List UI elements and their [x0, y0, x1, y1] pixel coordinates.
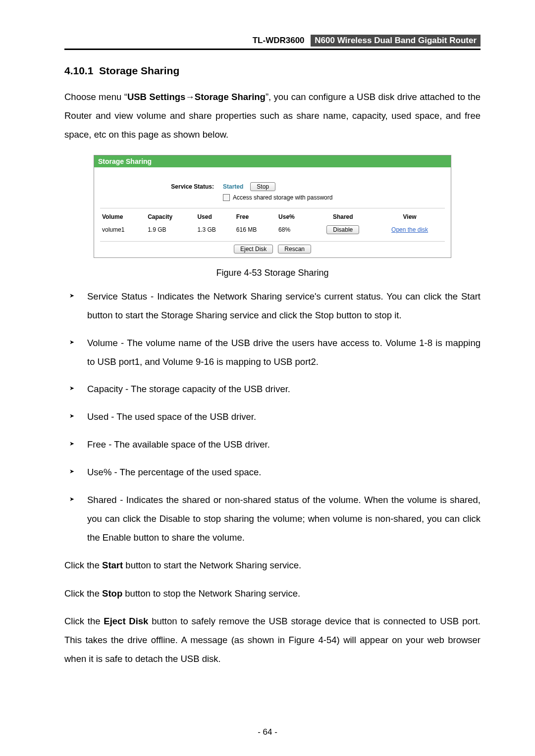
text: button to stop it. [334, 310, 402, 320]
text: - The percentage of the used space. [111, 467, 261, 477]
text: Click the [64, 588, 102, 599]
password-checkbox-label: Access shared storage with password [233, 194, 332, 201]
volume-table: Volume Capacity Used Free Use% Shared Vi… [100, 211, 445, 241]
col-free: Free [234, 211, 276, 224]
text: - The volume name of the USB drive the u… [87, 338, 481, 367]
cell-volume: volume1 [100, 224, 146, 241]
disable-button[interactable]: Disable [326, 225, 359, 234]
term: Capacity [87, 384, 123, 394]
rescan-button[interactable]: Rescan [278, 245, 311, 253]
list-item-usepct: Use% - The percentage of the used space. [64, 463, 481, 482]
bold: Start [461, 291, 481, 302]
list-item-shared: Shared - Indicates the shared or non-sha… [64, 491, 481, 547]
bold: Disable [160, 513, 190, 524]
list-item-service-status: Service Status - Indicates the Network S… [64, 287, 481, 325]
text: button to stop the Network Sharing servi… [122, 588, 300, 599]
text: - The available space of the USB driver. [106, 439, 270, 450]
tail-para-1: Click the Start button to start the Netw… [64, 556, 481, 575]
cell-capacity: 1.9 GB [146, 224, 195, 241]
panel-body: Service Status: Started Stop Access shar… [94, 167, 451, 257]
col-capacity: Capacity [146, 211, 195, 224]
col-used: Used [195, 211, 234, 224]
service-status-label: Service Status: [100, 183, 223, 190]
service-status-row: Service Status: Started Stop [100, 182, 445, 191]
menu-path-bold: USB Settings→Storage Sharing [127, 92, 266, 102]
password-checkbox-row: Access shared storage with password [223, 194, 445, 201]
term: Free [87, 439, 106, 450]
list-item-used: Used - The used space of the USB driver. [64, 407, 481, 426]
panel-title: Storage Sharing [94, 155, 451, 167]
separator [100, 208, 445, 208]
list-item-capacity: Capacity - The storage capacity of the U… [64, 380, 481, 399]
table-row: volume1 1.9 GB 1.3 GB 616 MB 68% Disable… [100, 224, 445, 241]
bold: Stop [315, 310, 334, 320]
text: Click the [64, 616, 104, 626]
stop-button[interactable]: Stop [250, 182, 275, 191]
col-view: View [374, 211, 445, 224]
bold: Start [102, 560, 123, 570]
bottom-button-row: Eject Disk Rescan [100, 241, 445, 257]
term: Volume [87, 338, 118, 348]
text: - Indicates the Network Sharing service'… [147, 291, 461, 302]
col-volume: Volume [100, 211, 146, 224]
intro-paragraph: Choose menu “USB Settings→Storage Sharin… [64, 88, 481, 144]
page-header: TL-WDR3600 N600 Wireless Dual Band Gigab… [64, 35, 481, 50]
col-shared: Shared [311, 211, 374, 224]
open-disk-link[interactable]: Open the disk [391, 226, 428, 233]
term: Shared [87, 495, 117, 505]
text: button to start the Storage Sharing serv… [87, 310, 315, 320]
product-name: N600 Wireless Dual Band Gigabit Router [311, 35, 481, 47]
cell-shared: Disable [311, 224, 374, 241]
term: Service Status [87, 291, 147, 302]
term: Use% [87, 467, 111, 477]
section-heading: 4.10.1 Storage Sharing [64, 65, 481, 77]
eject-disk-button[interactable]: Eject Disk [234, 245, 273, 253]
tail-para-3: Click the Eject Disk button to safely re… [64, 612, 481, 668]
text: button to start the Network Sharing serv… [123, 560, 301, 570]
password-checkbox[interactable] [223, 194, 230, 201]
text: - The used space of the USB driver. [108, 411, 256, 422]
text: - The storage capacity of the USB driver… [123, 384, 290, 394]
text: Click the [64, 560, 102, 570]
bold: Enable [103, 532, 131, 543]
list-item-volume: Volume - The volume name of the USB driv… [64, 334, 481, 371]
document-page: TL-WDR3600 N600 Wireless Dual Band Gigab… [0, 0, 535, 756]
bold: Stop [102, 588, 122, 599]
cell-usepct: 68% [276, 224, 311, 241]
feature-list: Service Status - Indicates the Network S… [64, 287, 481, 547]
bold: Eject Disk [104, 616, 148, 626]
storage-sharing-screenshot: Storage Sharing Service Status: Started … [94, 155, 451, 258]
figure-caption: Figure 4-53 Storage Sharing [64, 268, 481, 278]
text: button to share the volume. [131, 532, 244, 543]
table-header-row: Volume Capacity Used Free Use% Shared Vi… [100, 211, 445, 224]
cell-free: 616 MB [234, 224, 276, 241]
service-status-value: Started [223, 183, 243, 190]
text: Choose menu “ [64, 92, 127, 102]
page-number: - 64 - [0, 727, 535, 737]
list-item-free: Free - The available space of the USB dr… [64, 435, 481, 454]
col-usepct: Use% [276, 211, 311, 224]
cell-view: Open the disk [374, 224, 445, 241]
term: Used [87, 411, 108, 422]
cell-used: 1.3 GB [195, 224, 234, 241]
model-code: TL-WDR3600 [253, 36, 309, 45]
tail-para-2: Click the Stop button to stop the Networ… [64, 584, 481, 603]
